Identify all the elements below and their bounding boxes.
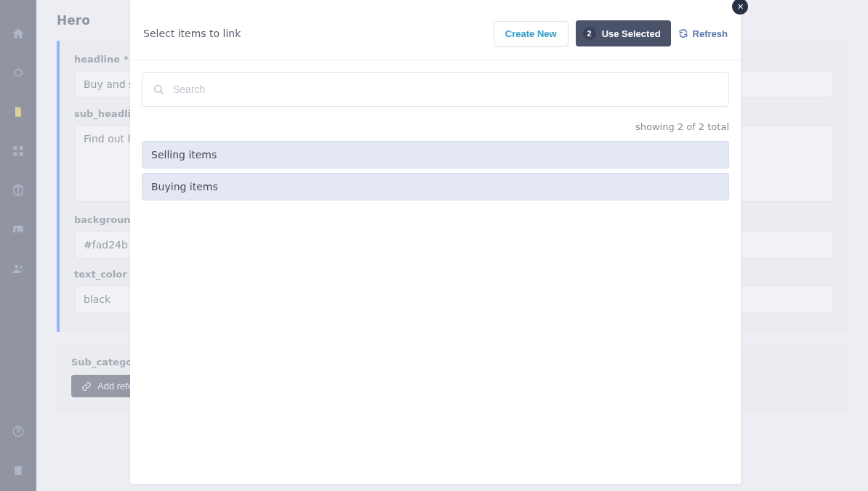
refresh-button[interactable]: Refresh — [678, 28, 728, 39]
link-items-modal: Select items to link Create New 2 Use Se… — [130, 0, 741, 484]
search-box — [142, 72, 729, 107]
modal-title: Select items to link — [143, 28, 241, 39]
search-icon — [153, 84, 164, 95]
close-icon: ✕ — [737, 2, 744, 12]
use-selected-button[interactable]: 2 Use Selected — [576, 20, 671, 46]
svg-point-9 — [155, 86, 161, 92]
list-item[interactable]: Buying items — [142, 173, 729, 200]
create-new-button[interactable]: Create New — [494, 21, 568, 46]
refresh-icon — [678, 28, 688, 38]
refresh-label: Refresh — [693, 28, 728, 39]
modal-actions: Create New 2 Use Selected Refresh — [494, 20, 728, 46]
modal-header: Select items to link Create New 2 Use Se… — [142, 20, 729, 46]
list-item[interactable]: Selling items — [142, 141, 729, 169]
use-selected-label: Use Selected — [602, 28, 661, 39]
modal-wrap: Select items to link Create New 2 Use Se… — [130, 0, 741, 484]
modal-divider — [130, 60, 741, 60]
selected-count-badge: 2 — [583, 27, 596, 40]
search-input[interactable] — [173, 84, 718, 95]
results-count: showing 2 of 2 total — [142, 121, 729, 132]
